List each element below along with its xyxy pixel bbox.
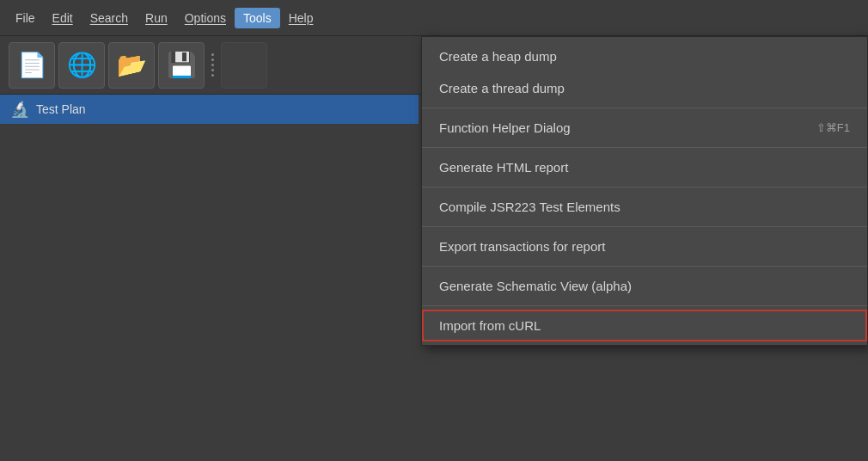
generate-schematic-item[interactable]: Generate Schematic View (alpha): [422, 270, 867, 302]
menu-run[interactable]: Run: [137, 8, 176, 28]
dot-4: [211, 69, 214, 71]
create-thread-dump-item[interactable]: Create a thread dump: [422, 72, 867, 104]
function-helper-item[interactable]: Function Helper Dialog ⇧⌘F1: [422, 112, 867, 144]
menu-bar: File Edit Search Run Options Tools Help: [0, 0, 868, 36]
function-helper-shortcut: ⇧⌘F1: [816, 121, 850, 134]
import-curl-item[interactable]: Import from cURL: [422, 310, 867, 341]
separator-6: [422, 305, 867, 306]
open-button[interactable]: 📂: [108, 42, 155, 89]
function-helper-label: Function Helper Dialog: [439, 120, 571, 135]
menu-search[interactable]: Search: [82, 8, 137, 28]
toolbar-separator: [211, 53, 214, 77]
left-panel: 🔬 Test Plan: [0, 95, 419, 461]
tools-dropdown: Create a heap dump Create a thread dump …: [421, 36, 868, 346]
dot-3: [211, 64, 214, 66]
dot-2: [211, 58, 214, 61]
menu-edit[interactable]: Edit: [44, 8, 82, 28]
tree-item-label: Test Plan: [36, 102, 86, 116]
create-heap-dump-item[interactable]: Create a heap dump: [422, 40, 867, 72]
separator-5: [422, 266, 867, 267]
tree-item-test-plan[interactable]: 🔬 Test Plan: [0, 95, 419, 124]
separator-1: [422, 108, 867, 108]
save-button[interactable]: 💾: [158, 42, 205, 89]
menu-tools[interactable]: Tools: [235, 8, 280, 28]
compile-jsr223-item[interactable]: Compile JSR223 Test Elements: [422, 191, 867, 223]
separator-3: [422, 187, 867, 187]
dot-1: [211, 53, 214, 56]
menu-options[interactable]: Options: [176, 8, 235, 28]
separator-2: [422, 147, 867, 148]
export-transactions-item[interactable]: Export transactions for report: [422, 230, 867, 262]
test-plan-icon: 🔬: [10, 100, 29, 119]
generate-html-report-item[interactable]: Generate HTML report: [422, 151, 867, 183]
menu-help[interactable]: Help: [280, 8, 322, 28]
extra-button[interactable]: [221, 42, 267, 89]
separator-4: [422, 226, 867, 227]
menu-file[interactable]: File: [7, 8, 44, 28]
new-button[interactable]: 📄: [9, 42, 55, 89]
dot-5: [211, 74, 214, 77]
open-url-button[interactable]: 🌐: [58, 42, 105, 89]
